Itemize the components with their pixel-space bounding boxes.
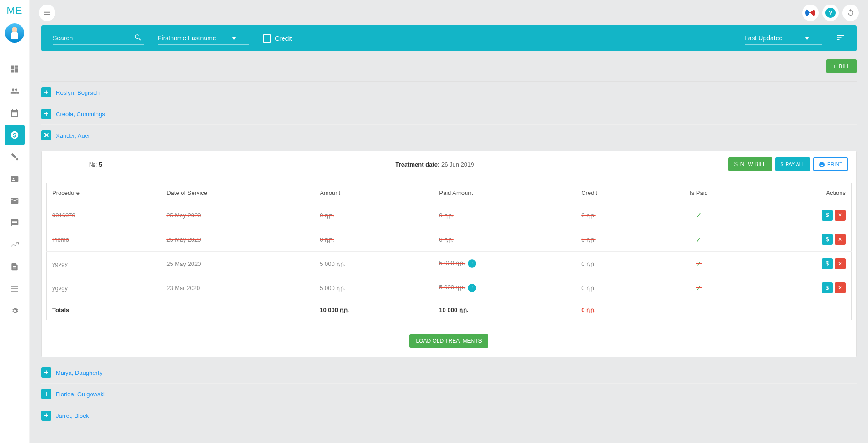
treatment-panel: №: 5 Treatment date: 26 Jun 2019 $ NEW B… [41, 151, 857, 357]
message-icon [10, 218, 19, 227]
hamburger-icon [43, 9, 51, 16]
nav-document[interactable] [5, 257, 25, 277]
treatment-header: №: 5 Treatment date: 26 Jun 2019 $ NEW B… [42, 151, 856, 178]
patient-name-link[interactable]: Florida, Gulgowski [56, 391, 105, 398]
cell-paid: 5 000 դր.i [434, 252, 576, 276]
gear-icon [10, 306, 19, 315]
print-label: PRINT [827, 162, 842, 167]
patient-name-link[interactable]: Jarret, Block [56, 412, 89, 419]
print-button[interactable]: PRINT [813, 157, 848, 171]
cell-dos: 25 May 2020 [161, 227, 314, 252]
cell-credit: 0 դր. [576, 276, 655, 300]
help-button[interactable]: ? [822, 5, 839, 21]
row-delete-button[interactable]: ✕ [835, 234, 846, 245]
sort-dropdown[interactable]: Last Updated ▾ [745, 32, 822, 45]
totals-amount: 10 000 դր. [314, 300, 434, 320]
sync-button[interactable] [842, 5, 859, 21]
sidebar-divider [5, 52, 25, 52]
load-old-treatments-button[interactable]: LOAD OLD TREATMENTS [409, 334, 488, 348]
row-pay-button[interactable]: $ [822, 234, 833, 245]
patient-name-link[interactable]: Creola, Cummings [56, 111, 105, 118]
sort-direction-button[interactable] [836, 33, 845, 43]
cell-procedure: ygvgy [47, 252, 161, 276]
pay-all-label: PAY ALL [786, 162, 805, 167]
patient-row: ✕ Xander, Auer [41, 125, 857, 146]
chevron-down-icon: ▾ [805, 34, 809, 42]
col-procedure: Procedure [47, 183, 161, 203]
cell-actions: $✕ [742, 276, 852, 300]
cell-procedure: ygvgy [47, 276, 161, 300]
plus-icon: + [833, 63, 836, 70]
check-icon: ✓ [696, 211, 702, 219]
row-pay-button[interactable]: $ [822, 258, 833, 269]
check-icon: ✓ [696, 260, 702, 268]
name-format-dropdown[interactable]: Firstname Lastname ▾ [158, 32, 249, 45]
language-button[interactable] [802, 5, 819, 21]
nav-calendar[interactable] [5, 103, 25, 123]
expand-button[interactable]: + [41, 389, 51, 399]
col-amount: Amount [314, 183, 434, 203]
expand-button[interactable]: + [41, 411, 51, 421]
nav-list[interactable] [5, 279, 25, 299]
collapse-button[interactable]: ✕ [41, 130, 51, 140]
patient-name-link[interactable]: Maiya, Daugherty [56, 369, 102, 376]
treatment-date: Treatment date: 26 Jun 2019 [141, 161, 728, 168]
row-delete-button[interactable]: ✕ [835, 282, 846, 293]
patient-row: + Maiya, Daugherty [41, 362, 857, 384]
search-input[interactable] [53, 32, 144, 45]
patient-row: + Florida, Gulgowski [41, 384, 857, 405]
add-bill-button[interactable]: + BILL [826, 59, 857, 73]
row-pay-button[interactable]: $ [822, 282, 833, 293]
people-icon [10, 86, 19, 96]
dollar-icon [10, 130, 19, 140]
col-paid: Paid Amount [434, 183, 576, 203]
cell-dos: 25 May 2020 [161, 203, 314, 227]
check-icon: ✓ [696, 284, 702, 292]
cell-ispaid: ✓ [655, 227, 742, 252]
list-icon [10, 284, 19, 293]
cell-paid: 0 դր. [434, 203, 576, 227]
user-avatar[interactable] [5, 23, 24, 43]
check-icon: ✓ [696, 236, 702, 243]
info-icon[interactable]: i [468, 259, 476, 268]
expand-button[interactable]: + [41, 87, 51, 97]
nav-billing[interactable] [5, 125, 25, 145]
nav-settings[interactable] [5, 301, 25, 321]
totals-paid: 10 000 դր. [434, 300, 576, 320]
col-credit: Credit [576, 183, 655, 203]
cell-credit: 0 դր. [576, 252, 655, 276]
table-row: 001607025 May 20200 դր.0 դր.0 դր.✓$✕ [47, 203, 852, 227]
nav-lab[interactable] [5, 147, 25, 167]
row-delete-button[interactable]: ✕ [835, 210, 846, 221]
credit-checkbox[interactable]: Credit [263, 34, 292, 43]
menu-toggle-button[interactable] [39, 5, 55, 21]
expand-button[interactable]: + [41, 367, 51, 378]
expand-button[interactable]: + [41, 109, 51, 119]
info-icon[interactable]: i [468, 284, 476, 292]
cell-ispaid: ✓ [655, 276, 742, 300]
nav-mail[interactable] [5, 191, 25, 211]
nav-patients[interactable] [5, 81, 25, 101]
cell-procedure: Plomb [47, 227, 161, 252]
new-bill-button[interactable]: $ NEW BILL [728, 157, 772, 171]
nav-dashboard[interactable] [5, 59, 25, 79]
credit-label: Credit [275, 35, 292, 42]
nav-messages[interactable] [5, 213, 25, 233]
row-delete-button[interactable]: ✕ [835, 258, 846, 269]
patient-name-link[interactable]: Xander, Auer [56, 132, 90, 139]
totals-label: Totals [47, 300, 161, 320]
dollar-icon: $ [781, 162, 783, 167]
patient-name-link[interactable]: Roslyn, Bogisich [56, 89, 100, 96]
procedures-table: Procedure Date of Service Amount Paid Am… [46, 183, 852, 320]
patient-row: + Creola, Cummings [41, 103, 857, 125]
cell-amount: 0 դր. [314, 227, 434, 252]
sidebar: ME [0, 0, 30, 443]
pay-all-button[interactable]: $ PAY ALL [775, 157, 810, 171]
lab-icon [10, 152, 19, 162]
nav-contacts[interactable] [5, 169, 25, 189]
row-pay-button[interactable]: $ [822, 210, 833, 221]
nav-analytics[interactable] [5, 235, 25, 255]
cell-credit: 0 դր. [576, 203, 655, 227]
cell-amount: 5 000 դր. [314, 276, 434, 300]
logo: ME [7, 5, 23, 16]
